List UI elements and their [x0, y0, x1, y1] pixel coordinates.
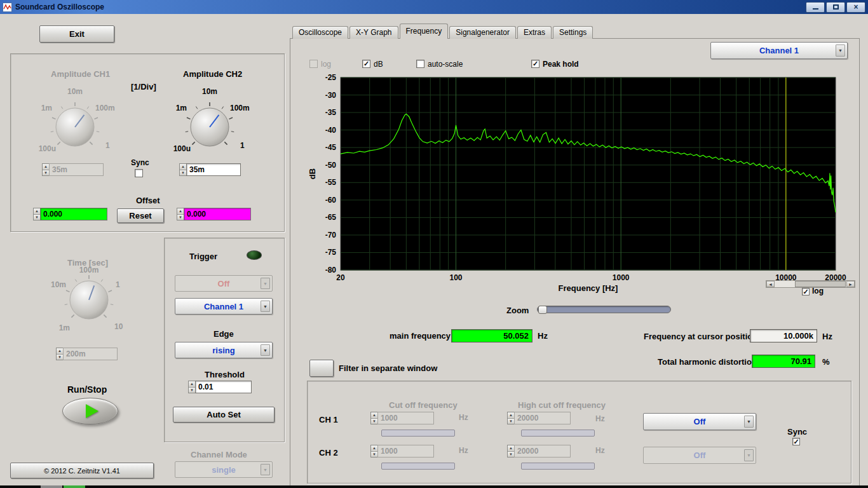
spin-arrows-icon[interactable]: ▲▼: [188, 381, 195, 393]
filter-ch1-cutoff-slider[interactable]: [381, 430, 455, 437]
taskbar-item: [41, 485, 62, 488]
amplitude-ch1-knob-area: 10m 1m 100m 100u 1: [29, 85, 125, 158]
knob-label: 1: [240, 141, 245, 150]
chevron-down-icon: ▼: [261, 301, 270, 312]
close-button[interactable]: ×: [846, 2, 865, 13]
autoscale-checkbox[interactable]: [416, 60, 424, 68]
scrollbar-track[interactable]: [775, 281, 846, 287]
spectrum-plot[interactable]: -25-30-35-40-45-50-55-60-65-70-75-802010…: [306, 74, 853, 296]
tab-extras[interactable]: Extras: [517, 26, 552, 39]
title-bar[interactable]: Soundcard Oszilloscope ×: [0, 0, 868, 14]
high-cutoff-header: High cut off frequency: [518, 400, 606, 410]
exit-button[interactable]: Exit: [39, 25, 114, 43]
amplitude-sync-checkbox[interactable]: [135, 169, 143, 177]
filter-ch2-cutoff-spinner[interactable]: ▲▼ 1000: [370, 445, 434, 458]
filter-ch2-mode-value: Off: [694, 451, 706, 460]
amplitude-ch1-knob[interactable]: [50, 102, 100, 152]
svg-text:-80: -80: [325, 266, 337, 274]
knob-label: 10m: [193, 87, 226, 96]
spin-arrows-icon[interactable]: ▲▼: [177, 208, 184, 220]
threshold-spinner[interactable]: ▲▼ 0.01: [188, 381, 252, 393]
filter-ch2-mode-dropdown[interactable]: Off ▼: [643, 447, 756, 464]
reset-button[interactable]: Reset: [117, 208, 164, 223]
zoom-slider-thumb[interactable]: [538, 306, 547, 314]
amplitude-ch1-value-spinner[interactable]: ▲▼ 35m: [42, 163, 104, 176]
spin-arrows-icon[interactable]: ▲▼: [370, 412, 377, 424]
trigger-edge-dropdown[interactable]: rising ▼: [175, 342, 273, 358]
tab-signalgenerator[interactable]: Signalgenerator: [449, 26, 516, 39]
main-frequency-unit: Hz: [538, 331, 548, 341]
time-knob[interactable]: [64, 274, 114, 325]
spin-arrows-icon[interactable]: ▲▼: [370, 445, 377, 458]
filter-ch1-cutoff-spinner[interactable]: ▲▼ 1000: [370, 412, 434, 424]
channel-mode-label: Channel Mode: [191, 450, 247, 459]
run-stop-button[interactable]: [62, 398, 118, 424]
peak-hold-checkbox[interactable]: [531, 60, 539, 68]
copyright-button[interactable]: © 2012 C. Zeitnitz V1.41: [10, 463, 154, 478]
tab-xy-graph[interactable]: X-Y Graph: [349, 26, 398, 39]
plot-log-checkbox[interactable]: [802, 288, 810, 295]
offset-ch1-spinner[interactable]: ▲▼ 0.000: [33, 208, 107, 220]
amplitude-ch2-knob[interactable]: [184, 102, 235, 152]
filter-ch2-cutoff-slider[interactable]: [381, 463, 455, 470]
knob-label: 1m: [29, 104, 52, 112]
time-value-spinner[interactable]: ▲▼ 200m: [56, 348, 118, 360]
minimize-button[interactable]: [806, 2, 825, 13]
channel-mode-value: single: [212, 465, 236, 475]
filter-window-button[interactable]: [309, 360, 334, 377]
filter-ch2-high-cutoff-spinner[interactable]: ▲▼ 20000: [507, 445, 571, 458]
filter-sync-checkbox[interactable]: [792, 438, 800, 445]
svg-text:-35: -35: [325, 108, 337, 117]
svg-text:-70: -70: [325, 231, 337, 240]
app-icon: [3, 3, 12, 12]
amplitude-ch2-value-spinner[interactable]: ▲▼ 35m: [179, 163, 241, 176]
svg-text:-55: -55: [325, 178, 337, 187]
channel-mode-dropdown[interactable]: single ▼: [175, 461, 273, 478]
svg-text:dB: dB: [308, 168, 317, 179]
cursor-frequency-value[interactable]: 10.000k: [750, 329, 817, 342]
chevron-down-icon: ▼: [261, 278, 270, 289]
tab-frequency[interactable]: Frequency: [400, 24, 449, 39]
minimize-icon: [813, 5, 818, 10]
offset-ch2-spinner[interactable]: ▲▼ 0.000: [177, 208, 251, 220]
trigger-edge-value: rising: [212, 346, 234, 355]
knob-label: 10m: [43, 280, 66, 289]
thd-label: Total harmonic distortion: [658, 357, 757, 367]
filter-ch2-high-cutoff-value: 20000: [514, 445, 571, 458]
taskbar-item: [64, 485, 85, 488]
tab-oscilloscope[interactable]: Oscilloscope: [292, 26, 348, 39]
plot-scrollbar[interactable]: ◄ ►: [766, 280, 855, 288]
spin-arrows-icon[interactable]: ▲▼: [507, 445, 514, 458]
scroll-right-icon[interactable]: ►: [846, 281, 855, 287]
spin-arrows-icon[interactable]: ▲▼: [179, 163, 186, 176]
spin-arrows-icon[interactable]: ▲▼: [42, 163, 49, 176]
filter-ch1-mode-dropdown[interactable]: Off ▼: [643, 413, 756, 430]
spin-arrows-icon[interactable]: ▲▼: [33, 208, 40, 220]
log-checkbox[interactable]: [309, 60, 318, 68]
amplitude-ch2-knob-area: 10m 1m 100m 100u 1: [164, 85, 259, 158]
filter-ch2-high-cutoff-slider[interactable]: [521, 463, 595, 470]
chevron-down-icon: ▼: [261, 344, 270, 356]
scroll-left-icon[interactable]: ◄: [766, 281, 775, 287]
trigger-mode-dropdown[interactable]: Off ▼: [175, 275, 273, 292]
knob-label: 1: [105, 141, 110, 150]
maximize-button[interactable]: [826, 2, 845, 13]
spin-arrows-icon[interactable]: ▲▼: [507, 412, 514, 424]
filter-ch1-high-cutoff-slider[interactable]: [521, 430, 595, 437]
zoom-slider[interactable]: [537, 306, 671, 313]
spin-arrows-icon[interactable]: ▲▼: [56, 348, 63, 360]
time-value: 200m: [63, 348, 118, 360]
tab-settings[interactable]: Settings: [553, 26, 593, 39]
offset-ch1-value: 0.000: [40, 208, 107, 220]
filter-ch1-high-cutoff-spinner[interactable]: ▲▼ 20000: [507, 412, 571, 424]
channel-select-dropdown[interactable]: Channel 1 ▼: [710, 42, 848, 59]
cursor-frequency-label: Frequency at cursor position: [644, 332, 757, 341]
application-window: Soundcard Oszilloscope × Exit Amplitude …: [0, 0, 868, 488]
run-stop-label: Run/Stop: [67, 384, 107, 395]
amplitude-sync-label: Sync: [131, 158, 149, 167]
trigger-source-dropdown[interactable]: Channel 1 ▼: [175, 298, 273, 315]
filter-ch1-cutoff-value: 1000: [377, 412, 434, 424]
db-checkbox[interactable]: [362, 60, 370, 68]
auto-set-button[interactable]: Auto Set: [173, 407, 275, 423]
svg-text:100: 100: [449, 273, 462, 282]
